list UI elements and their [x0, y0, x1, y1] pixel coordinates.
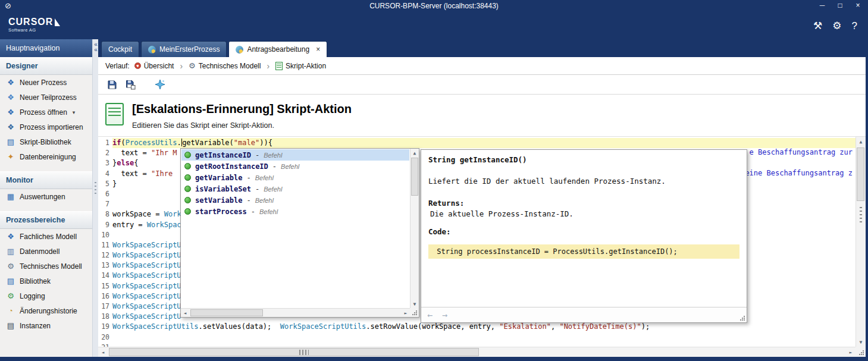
scroll-right-icon[interactable]: ► — [402, 309, 410, 317]
sidebar-item-bibliothek[interactable]: ▤Bibliothek — [0, 274, 92, 288]
autocomplete-item-startprocess[interactable]: startProcess - Befehl — [181, 206, 409, 217]
vertical-scroll-thumb[interactable] — [857, 147, 864, 201]
sidebar-item-prozess-importieren[interactable]: ❖Prozess importieren — [0, 120, 92, 134]
horizontal-scroll-thumb[interactable] — [190, 309, 263, 316]
code-line[interactable]: 20 — [98, 332, 856, 343]
sidebar-item-datenbereinigung[interactable]: ✦Datenbereinigung — [0, 149, 92, 164]
settings-icon[interactable]: ⚙ — [832, 19, 841, 33]
method-kind: Befehl — [281, 163, 299, 170]
breadcrumb-item-technisches-modell[interactable]: ⚙Technisches Modell — [189, 62, 261, 70]
breadcrumb-item-skript-aktion[interactable]: Skript-Aktion — [275, 62, 326, 70]
sidebar-item-technisches-modell[interactable]: ⚙Technisches Modell — [0, 259, 92, 274]
method-kind: Befehl — [264, 186, 282, 193]
sidebar-item-neuer-prozess[interactable]: ❖Neuer Prozess — [0, 75, 92, 90]
sidebar-item-datenmodell[interactable]: ▥Datenmodell — [0, 244, 92, 259]
maximize-button[interactable]: □ — [836, 1, 844, 10]
editor-vertical-scrollbar[interactable]: ▲ ▼ — [856, 137, 866, 347]
scroll-up-icon[interactable]: ▲ — [856, 137, 866, 146]
sidebar-section-designer[interactable]: Designer — [0, 57, 92, 75]
editor-horizontal-scrollbar[interactable]: ◄ ► — [98, 347, 856, 357]
data-model-icon: ▥ — [6, 247, 15, 256]
method-name: getVariable — [195, 174, 242, 182]
autocomplete-item-getvariable[interactable]: getVariable - Befehl — [181, 172, 409, 183]
page-header: [Eskalations-Erinnerung] Skript-Aktion E… — [98, 95, 866, 137]
code-line[interactable]: 1if(ProcessUtils.getVariable("male")){ — [98, 138, 856, 148]
history-icon: ◔ — [6, 307, 15, 315]
sidebar-section-monitor[interactable]: Monitor — [0, 171, 92, 189]
new-subprocess-icon: ❖ — [6, 93, 15, 102]
method-name: isVariableSet — [195, 185, 251, 193]
scroll-right-icon[interactable]: ► — [846, 347, 856, 357]
sidebar-item-neuer-teilprozess[interactable]: ❖Neuer Teilprozess — [0, 90, 92, 105]
line-number: 13 — [98, 260, 112, 271]
sidebar-item-label: Instanzen — [20, 322, 51, 330]
code-line[interactable]: 21 — [98, 343, 856, 347]
validate-script-button[interactable] — [153, 78, 167, 91]
editor-split-grip[interactable] — [299, 350, 309, 355]
line-number: 2 — [98, 148, 112, 158]
help-icon[interactable]: ? — [852, 19, 857, 33]
tab-meinersterprozess[interactable]: MeinErsterProzess — [141, 41, 227, 57]
method-icon — [184, 152, 191, 158]
header-actions: ⚒ ⚙ ? — [813, 19, 857, 33]
sidebar-section-prozessbereiche[interactable]: Prozessbereiche — [0, 211, 92, 229]
sidebar-item-auswertungen[interactable]: ▦Auswertungen — [0, 189, 92, 204]
autocomplete-vertical-scrollbar[interactable]: ▲ ▼ — [410, 149, 419, 308]
method-kind: Befehl — [264, 152, 282, 159]
save-as-button[interactable] — [124, 78, 137, 91]
tab-cockpit[interactable]: Cockpit — [101, 41, 139, 57]
breadcrumb-item-label: Skript-Aktion — [286, 62, 326, 70]
sidebar-item-label: Technisches Modell — [20, 262, 82, 271]
autocomplete-item-isvariableset[interactable]: isVariableSet - Befehl — [181, 183, 409, 194]
tab-label: MeinErsterProzess — [159, 45, 220, 54]
save-button[interactable] — [105, 78, 118, 91]
sidebar-item-fachliches-modell[interactable]: ❖Fachliches Modell — [0, 229, 92, 244]
sidebar-item-label: Bibliothek — [20, 277, 51, 285]
tab-bar: CockpitMeinErsterProzessAntragsbearbeitu… — [98, 39, 866, 57]
toolbar — [98, 75, 866, 95]
tools-icon[interactable]: ⚒ — [813, 19, 822, 33]
line-number: 10 — [98, 230, 112, 240]
vertical-scroll-thumb[interactable] — [411, 158, 418, 196]
sidebar-item-label: Auswertungen — [20, 193, 65, 201]
app-header: CURSOR Software AG ⚒ ⚙ ? — [0, 13, 868, 39]
resize-grip-icon[interactable] — [412, 310, 417, 315]
doc-forward-icon[interactable]: → — [442, 310, 447, 321]
doc-back-icon[interactable]: ← — [427, 310, 433, 321]
scroll-down-icon[interactable]: ▼ — [856, 337, 866, 347]
code-line[interactable]: 19WorkSpaceScriptUtils.setValues(data); … — [98, 322, 856, 332]
sidebar-item-logging[interactable]: ⚙Logging — [0, 288, 92, 303]
page-subtitle: Editieren Sie das Skript einer Skript-Ak… — [132, 121, 352, 130]
autocomplete-item-setvariable[interactable]: setVariable - Befehl — [181, 194, 409, 206]
autocomplete-horizontal-scrollbar[interactable]: ◄ ► — [181, 308, 410, 317]
sidebar-item-prozess-ffnen[interactable]: ❖Prozess öffnen▾ — [0, 105, 92, 120]
scroll-left-icon[interactable]: ◄ — [98, 347, 108, 357]
tab-label: Cockpit — [108, 45, 132, 54]
scroll-up-icon[interactable]: ▲ — [411, 149, 419, 157]
sidebar-item-instanzen[interactable]: ▤Instanzen — [0, 318, 92, 333]
method-name: getInstanceID — [195, 151, 251, 159]
method-signature: String getInstanceID() — [428, 155, 739, 164]
autocomplete-item-getinstanceid[interactable]: getInstanceID - Befehl — [181, 149, 409, 161]
scrollbar-grip[interactable] — [860, 207, 862, 222]
dropdown-caret-icon[interactable]: ▾ — [73, 109, 76, 115]
script-editor[interactable]: 1if(ProcessUtils.getVariable("male")){2 … — [98, 137, 866, 357]
tab-antragsbearbeitung[interactable]: Antragsbearbeitung× — [228, 41, 327, 57]
scroll-down-icon[interactable]: ▼ — [411, 300, 419, 308]
sidebar-item-skript-bibliothek[interactable]: ▤Skript-Bibliothek — [0, 134, 92, 149]
close-button[interactable]: × — [854, 1, 862, 10]
sidebar-item-nderungshistorie[interactable]: ◔Änderungshistorie — [0, 303, 92, 318]
resize-grip-icon[interactable] — [858, 350, 864, 355]
tab-label: Antragsbearbeitung — [247, 45, 309, 54]
resize-grip-icon[interactable] — [739, 315, 745, 321]
autocomplete-item-getrootinstanceid[interactable]: getRootInstanceID - Befehl — [181, 161, 409, 172]
page-title: [Eskalations-Erinnerung] Skript-Aktion — [132, 102, 352, 116]
scroll-left-icon[interactable]: ◄ — [181, 309, 189, 317]
brand-name: CURSOR — [8, 17, 53, 27]
tab-close-icon[interactable]: × — [316, 45, 320, 54]
minimize-button[interactable]: ─ — [818, 1, 826, 10]
breadcrumb-item-bersicht[interactable]: Übersicht — [134, 62, 174, 70]
horizontal-scroll-thumb[interactable] — [109, 348, 479, 356]
process-icon — [236, 46, 243, 54]
splitter-grip[interactable] — [95, 182, 96, 196]
